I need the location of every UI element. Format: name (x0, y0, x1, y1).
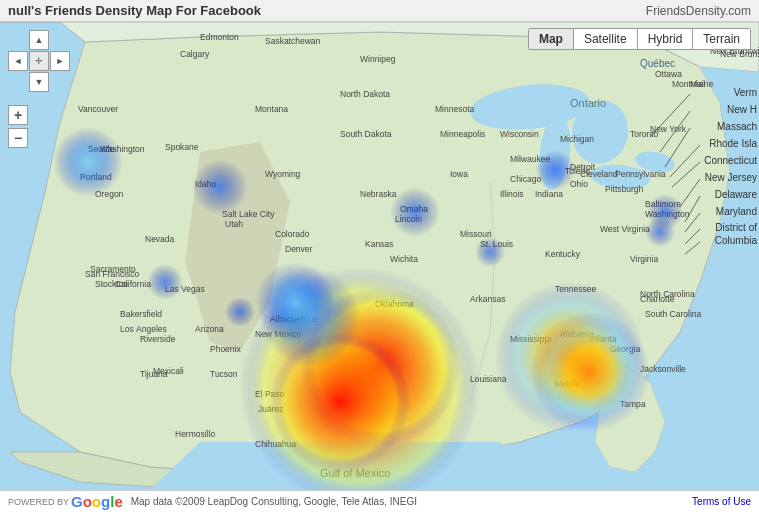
google-text: Google (71, 493, 123, 510)
map-container: null's Friends Density Map For Facebook … (0, 0, 759, 512)
pan-controls[interactable]: ▲ ◄ ✛ ► ▼ (8, 30, 70, 92)
bottom-bar: POWERED BY Google Map data ©2009 LeapDog… (0, 490, 759, 512)
pan-down-button[interactable]: ▼ (29, 72, 49, 92)
site-name: FriendsDensity.com (646, 4, 751, 18)
pan-left-button[interactable]: ◄ (8, 51, 28, 71)
page-title: null's Friends Density Map For Facebook (8, 3, 261, 18)
pan-right-button[interactable]: ► (50, 51, 70, 71)
o-letter-2: o (92, 493, 101, 510)
google-logo: POWERED BY Google (8, 493, 123, 510)
map-type-controls[interactable]: Map Satellite Hybrid Terrain (528, 28, 751, 50)
top-bar: null's Friends Density Map For Facebook … (0, 0, 759, 22)
zoom-out-button[interactable]: − (8, 128, 28, 148)
powered-by-text: POWERED BY (8, 497, 69, 507)
o-letter-1: o (83, 493, 92, 510)
g-letter: G (71, 493, 83, 510)
map-type-hybrid[interactable]: Hybrid (638, 29, 694, 49)
map-type-terrain[interactable]: Terrain (693, 29, 750, 49)
map-type-map[interactable]: Map (529, 29, 574, 49)
zoom-in-button[interactable]: + (8, 105, 28, 125)
pan-up-button[interactable]: ▲ (29, 30, 49, 50)
g-letter-2: g (101, 493, 110, 510)
map-data-text: Map data ©2009 LeapDog Consulting, Googl… (131, 496, 417, 507)
e-letter: e (114, 493, 122, 510)
map-type-satellite[interactable]: Satellite (574, 29, 638, 49)
pan-center-button[interactable]: ✛ (29, 51, 49, 71)
terms-link[interactable]: Terms of Use (692, 496, 751, 507)
